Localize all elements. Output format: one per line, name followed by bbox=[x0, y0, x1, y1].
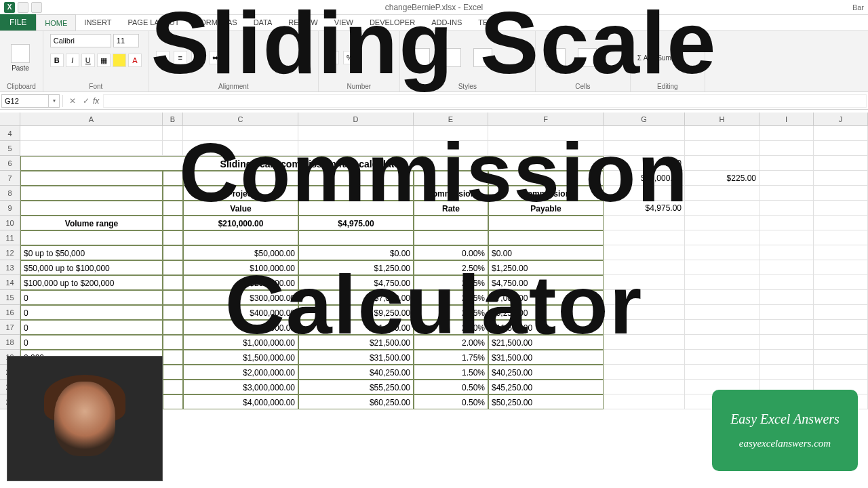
row-header[interactable]: 18 bbox=[0, 335, 20, 350]
conditional-formatting-button[interactable] bbox=[407, 47, 434, 68]
underline-button[interactable]: U bbox=[81, 54, 95, 67]
cell-commission-d[interactable]: $21,500.00 bbox=[298, 335, 414, 350]
paste-button[interactable]: Paste bbox=[7, 43, 34, 73]
cell[interactable] bbox=[604, 350, 685, 365]
header-project[interactable]: Project bbox=[183, 186, 298, 201]
cell[interactable] bbox=[814, 171, 868, 186]
cell-commission-d[interactable]: $9,250.00 bbox=[298, 305, 414, 320]
cell-commission-payable[interactable]: $40,250.00 bbox=[488, 365, 604, 380]
cell[interactable] bbox=[814, 186, 868, 201]
cell[interactable] bbox=[163, 141, 183, 156]
cell[interactable] bbox=[163, 216, 183, 230]
header-value[interactable]: Value bbox=[183, 201, 298, 216]
cell[interactable] bbox=[685, 260, 760, 275]
cell[interactable] bbox=[604, 186, 685, 201]
cell[interactable] bbox=[814, 126, 868, 141]
cell[interactable] bbox=[163, 171, 183, 186]
cell[interactable] bbox=[163, 350, 183, 365]
cell[interactable] bbox=[814, 216, 868, 230]
cell[interactable] bbox=[298, 171, 414, 186]
tab-home[interactable]: HOME bbox=[36, 14, 76, 30]
quick-save-icon[interactable] bbox=[18, 2, 28, 13]
cell[interactable] bbox=[163, 186, 183, 201]
cell[interactable] bbox=[20, 126, 163, 141]
col-header[interactable]: E bbox=[414, 113, 488, 125]
tab-page-layout[interactable]: PAGE LAYOUT bbox=[119, 14, 187, 30]
cell[interactable] bbox=[760, 275, 814, 290]
cell-commission-payable[interactable]: $7,000.00 bbox=[488, 290, 604, 305]
fx-icon[interactable]: fx bbox=[93, 96, 99, 106]
cell-rate[interactable]: 2.50% bbox=[414, 260, 488, 275]
cell[interactable] bbox=[685, 141, 760, 156]
cell[interactable] bbox=[20, 230, 163, 245]
tab-insert[interactable]: INSERT bbox=[76, 14, 119, 30]
cell[interactable] bbox=[163, 394, 183, 409]
row-header[interactable]: 8 bbox=[0, 186, 20, 201]
cell[interactable] bbox=[604, 230, 685, 245]
cell[interactable] bbox=[814, 365, 868, 380]
cell[interactable] bbox=[760, 141, 814, 156]
cell[interactable] bbox=[814, 230, 868, 245]
cell-commission-payable[interactable]: $21,500.00 bbox=[488, 335, 604, 350]
sheet-title[interactable]: Sliding scale commission rate calculator bbox=[20, 156, 604, 171]
cell-rate[interactable]: 2.25% bbox=[414, 305, 488, 320]
col-header[interactable]: G bbox=[604, 113, 685, 125]
cell-volume-range[interactable]: $0 up to $50,000 bbox=[20, 245, 163, 260]
cell-commission-payable[interactable]: $9,250.00 bbox=[488, 305, 604, 320]
cell[interactable] bbox=[760, 365, 814, 380]
cell[interactable]: $10,000.00 bbox=[604, 171, 685, 186]
format-as-table-button[interactable] bbox=[438, 47, 465, 68]
cell-volume-range[interactable]: 0 bbox=[20, 290, 163, 305]
row-header[interactable]: 4 bbox=[0, 126, 20, 141]
cell-tier-value[interactable]: $4,000,000.00 bbox=[183, 394, 298, 409]
project-value[interactable]: $210,000.00 bbox=[183, 216, 298, 230]
cell-commission-payable[interactable]: $45,250.00 bbox=[488, 380, 604, 394]
cell[interactable] bbox=[488, 230, 604, 245]
cell-commission-payable[interactable]: $0.00 bbox=[488, 245, 604, 260]
row-header[interactable]: 12 bbox=[0, 245, 20, 260]
cell[interactable] bbox=[163, 335, 183, 350]
cell-commission-d[interactable]: $4,750.00 bbox=[298, 275, 414, 290]
cell[interactable] bbox=[604, 141, 685, 156]
cell-commission-d[interactable]: $0.00 bbox=[298, 245, 414, 260]
enter-formula-icon[interactable]: ✓ bbox=[79, 94, 93, 108]
formula-input[interactable] bbox=[103, 94, 867, 108]
cell-volume-range[interactable]: $100,000 up to $200,000 bbox=[20, 275, 163, 290]
project-commission[interactable]: $4,975.00 bbox=[298, 216, 414, 230]
cell[interactable] bbox=[685, 320, 760, 335]
cell[interactable] bbox=[814, 156, 868, 171]
cell[interactable] bbox=[604, 305, 685, 320]
cell-rate[interactable]: 0.00% bbox=[414, 245, 488, 260]
cell[interactable] bbox=[414, 171, 488, 186]
cell[interactable] bbox=[760, 260, 814, 275]
cell-rate[interactable]: 2.25% bbox=[414, 275, 488, 290]
cell[interactable] bbox=[163, 245, 183, 260]
cell[interactable] bbox=[488, 126, 604, 141]
cell[interactable] bbox=[685, 365, 760, 380]
col-header[interactable]: A bbox=[20, 113, 163, 125]
header-comm-payable[interactable]: Commission bbox=[488, 186, 604, 201]
cell[interactable] bbox=[414, 230, 488, 245]
cell-commission-d[interactable]: $11,500.00 bbox=[298, 320, 414, 335]
cell[interactable] bbox=[760, 245, 814, 260]
cell[interactable] bbox=[20, 201, 163, 216]
cell[interactable]: $4,975.00 bbox=[604, 201, 685, 216]
cell-tier-value[interactable]: $1,500,000.00 bbox=[183, 350, 298, 365]
cell[interactable] bbox=[488, 216, 604, 230]
tab-developer[interactable]: DEVELOPER bbox=[361, 14, 423, 30]
cell-commission-payable[interactable]: $11,500.00 bbox=[488, 320, 604, 335]
tab-team[interactable]: TEAM bbox=[470, 14, 507, 30]
cell[interactable] bbox=[814, 275, 868, 290]
cell[interactable] bbox=[685, 156, 760, 171]
cell[interactable] bbox=[163, 365, 183, 380]
cell-volume-range[interactable]: $50,000 up to $100,000 bbox=[20, 260, 163, 275]
header-volume-range[interactable]: Volume range bbox=[20, 216, 163, 230]
cell[interactable] bbox=[685, 230, 760, 245]
cell[interactable] bbox=[163, 290, 183, 305]
cell-styles-button[interactable] bbox=[469, 47, 496, 68]
cancel-formula-icon[interactable]: ✕ bbox=[66, 94, 79, 108]
cell[interactable] bbox=[163, 201, 183, 216]
cell[interactable] bbox=[814, 305, 868, 320]
cell-commission-d[interactable]: $1,250.00 bbox=[298, 260, 414, 275]
cell-tier-value[interactable]: $100,000.00 bbox=[183, 260, 298, 275]
